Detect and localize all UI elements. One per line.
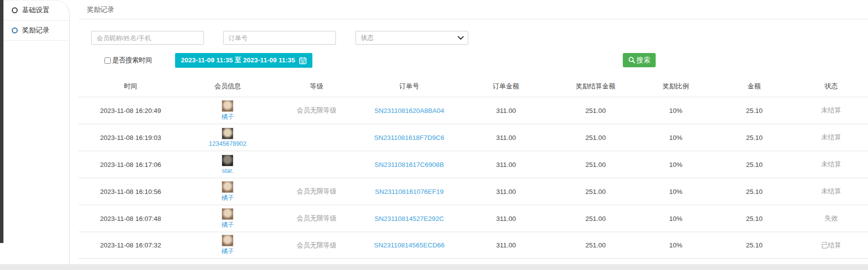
- sidebar-item-basic-settings[interactable]: 基础设置: [3, 0, 69, 21]
- cell-reward-ratio: 10%: [638, 133, 714, 142]
- reward-settle-amount: 251.00: [586, 242, 606, 249]
- sidebar-item-label: 基础设置: [22, 6, 50, 15]
- member-name-link[interactable]: 橘子: [222, 194, 234, 202]
- table-row: 2023-11-08 16:07:32 橘子 会员无限等级 SN23110814…: [78, 232, 868, 259]
- search-time-checkbox[interactable]: [104, 57, 111, 64]
- reward-amount: 25.10: [746, 107, 763, 114]
- date-range-text: 2023-11-09 11:35 至 2023-11-09 11:35: [181, 56, 295, 65]
- record-time: 2023-11-08 16:20:49: [100, 107, 161, 114]
- status-badge: 失效: [825, 214, 838, 223]
- member-avatar[interactable]: [222, 208, 233, 220]
- record-time: 2023-11-08 16:07:32: [100, 242, 161, 249]
- cell-order-no: SN2311081620A8BA04: [360, 106, 459, 115]
- order-number-link[interactable]: SN2311081618F7D9C6: [374, 134, 444, 141]
- cell-member: 橘子: [183, 180, 273, 203]
- cell-amount: 25.10: [714, 133, 794, 142]
- order-number-link[interactable]: SN23110814527E292C: [375, 215, 444, 222]
- reward-settle-amount: 251.00: [586, 134, 606, 141]
- table-row: 2023-11-08 16:20:49 橘子 会员无限等级 SN23110816…: [78, 97, 868, 124]
- cell-reward-settle: 251.00: [554, 160, 638, 169]
- sidebar-item-reward-records[interactable]: 奖励记录: [3, 21, 69, 41]
- order-amount: 311.00: [496, 215, 516, 222]
- member-avatar[interactable]: [222, 181, 233, 193]
- radio-circle-icon: [12, 27, 18, 33]
- cell-amount: 25.10: [714, 106, 794, 115]
- member-avatar[interactable]: [222, 235, 233, 246]
- cell-reward-ratio: 10%: [638, 187, 714, 196]
- reward-ratio: 10%: [669, 134, 682, 141]
- search-button[interactable]: 搜索: [623, 53, 656, 67]
- order-amount: 311.00: [496, 134, 516, 141]
- reward-amount: 25.10: [746, 215, 763, 222]
- search-time-toggle[interactable]: 是否搜索时间: [104, 56, 152, 65]
- cell-time: 2023-11-08 16:17:06: [78, 160, 183, 169]
- date-range-button[interactable]: 2023-11-09 11:35 至 2023-11-09 11:35: [175, 53, 312, 68]
- member-level: 会员无限等级: [297, 214, 336, 223]
- cell-level: [273, 163, 360, 165]
- cell-status: 未结算: [794, 159, 868, 170]
- status-badge: 已结算: [821, 241, 842, 250]
- order-number-link[interactable]: SN23110814565ECD66: [374, 242, 445, 249]
- header-reward-ratio: 奖励比例: [638, 78, 714, 97]
- cell-level: 会员无限等级: [273, 186, 360, 197]
- order-number-link[interactable]: SN2311081617C6908B: [375, 161, 444, 168]
- cell-time: 2023-11-08 16:07:32: [78, 241, 183, 250]
- order-amount: 311.00: [496, 188, 516, 195]
- cell-reward-settle: 251.00: [554, 106, 638, 115]
- header-status: 状态: [794, 78, 868, 97]
- order-number-link[interactable]: SN231108161076EF19: [375, 188, 444, 195]
- cell-amount: 25.10: [714, 187, 794, 196]
- record-time: 2023-11-08 16:07:48: [100, 215, 161, 222]
- cell-order-amount: 311.00: [458, 133, 554, 142]
- member-name-link[interactable]: 12345678902: [209, 140, 246, 147]
- search-button-label: 搜索: [637, 56, 650, 65]
- member-name-link[interactable]: 橘子: [222, 247, 234, 256]
- member-name-link[interactable]: star.: [222, 167, 233, 174]
- reward-ratio: 10%: [669, 107, 682, 114]
- table-header-row: 时间 会员信息 等级 订单号 订单金额 奖励结算金额 奖励比例 金额 状态: [78, 78, 868, 97]
- filter-row-time: 是否搜索时间 2023-11-09 11:35 至 2023-11-09 11:…: [91, 53, 868, 68]
- records-table: 时间 会员信息 等级 订单号 订单金额 奖励结算金额 奖励比例 金额 状态 20…: [78, 78, 868, 259]
- cell-status: 未结算: [794, 105, 868, 116]
- member-avatar[interactable]: [222, 100, 233, 112]
- member-search-input[interactable]: [91, 31, 204, 45]
- header-level: 等级: [273, 78, 360, 97]
- cell-order-amount: 311.00: [458, 241, 554, 250]
- order-amount: 311.00: [496, 242, 516, 249]
- filter-row-inputs: 状态: [91, 31, 868, 45]
- cell-reward-settle: 251.00: [554, 214, 638, 223]
- reward-ratio: 10%: [669, 188, 682, 195]
- cell-order-amount: 311.00: [458, 214, 554, 223]
- cell-time: 2023-11-08 16:20:49: [78, 106, 183, 115]
- member-name-link[interactable]: 橘子: [222, 113, 234, 121]
- cell-status: 未结算: [794, 132, 868, 143]
- filter-panel: 状态 是否搜索时间 2023-11-09 11:35 至 2023-11-09 …: [70, 19, 868, 68]
- table-row: 2023-11-08 16:17:06 star. SN2311081617C6…: [78, 151, 868, 178]
- cell-order-no: SN2311081618F7D9C6: [360, 133, 459, 142]
- cell-level: 会员无限等级: [273, 240, 360, 251]
- member-level: 会员无限等级: [297, 187, 336, 196]
- header-order-no: 订单号: [360, 78, 459, 97]
- record-time: 2023-11-08 16:10:56: [100, 188, 161, 195]
- order-number-input[interactable]: [223, 31, 336, 45]
- cell-amount: 25.10: [714, 160, 794, 169]
- cell-status: 已结算: [794, 240, 868, 251]
- cell-member: 橘子: [183, 234, 273, 257]
- reward-settle-amount: 251.00: [586, 215, 606, 222]
- cell-reward-ratio: 10%: [638, 241, 714, 250]
- search-time-label: 是否搜索时间: [112, 56, 152, 65]
- cell-time: 2023-11-08 16:10:56: [78, 187, 183, 196]
- status-select[interactable]: 状态: [356, 31, 468, 45]
- cell-reward-settle: 251.00: [554, 241, 638, 250]
- member-avatar[interactable]: [222, 128, 233, 139]
- member-avatar[interactable]: [222, 155, 233, 166]
- order-number-link[interactable]: SN2311081620A8BA04: [374, 107, 444, 114]
- page-title: 奖励记录: [70, 0, 868, 19]
- cell-reward-ratio: 10%: [638, 214, 714, 223]
- status-badge: 未结算: [821, 160, 842, 169]
- search-icon: [628, 56, 636, 64]
- reward-settle-amount: 251.00: [586, 161, 606, 168]
- member-name-link[interactable]: 橘子: [222, 221, 234, 229]
- cell-member: 橘子: [183, 207, 273, 230]
- cell-member: 橘子: [183, 99, 273, 122]
